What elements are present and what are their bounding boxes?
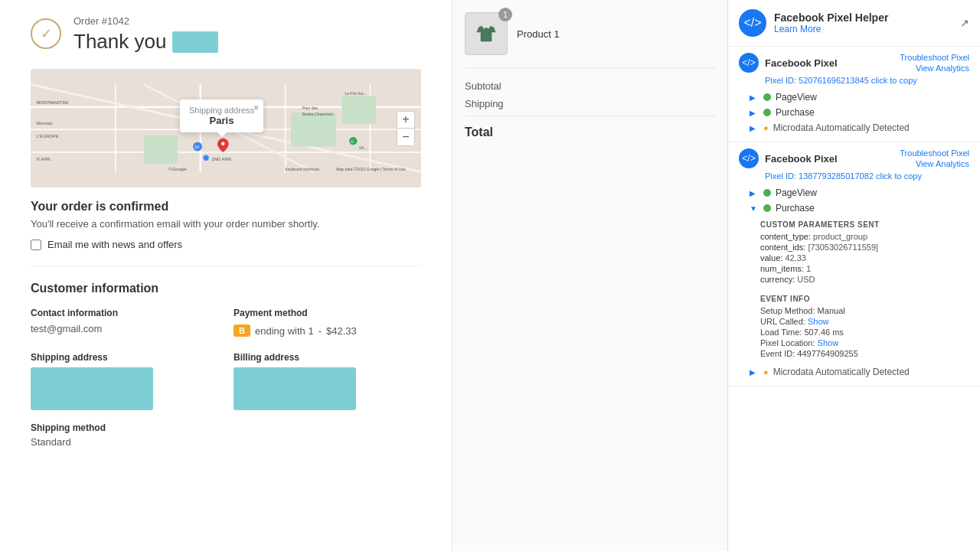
fb-external-link-icon[interactable]: ↗ — [960, 17, 969, 29]
facebook-pixel-helper-panel: </> Facebook Pixel Helper Learn More ↗ <… — [727, 0, 980, 551]
pixel-2-pageview-dot — [763, 189, 771, 197]
svg-point-30 — [221, 142, 224, 145]
map-tooltip: × Shipping address Paris — [180, 99, 263, 132]
customer-info-heading: Customer information — [31, 282, 421, 295]
map-zoom-in-button[interactable]: + — [397, 112, 414, 129]
map-tooltip-title: Shipping address — [189, 106, 254, 115]
event-info-pixel-location: Pixel Location: Show — [760, 338, 959, 347]
customer-info-grid: Contact information test@gmail.com Payme… — [31, 308, 421, 410]
order-summary-sidebar: 1 Product 1 Subtotal Shipping Total — [452, 0, 727, 551]
payment-method-section: Payment method B ending with 1 - $42.33 — [234, 308, 421, 337]
payment-method-heading: Payment method — [234, 308, 421, 318]
order-number: Order #1042 — [74, 15, 218, 27]
subtotal-label: Subtotal — [465, 80, 501, 92]
pixel-2-purchase-dot — [763, 204, 771, 212]
payment-separator: - — [318, 325, 322, 337]
map-tooltip-close[interactable]: × — [253, 103, 259, 113]
pixel-2-microdata-arrow[interactable]: ▶ — [750, 367, 759, 377]
shipping-address-section: Shipping address — [31, 352, 218, 410]
pixel-1-purchase-label: Purchase — [776, 107, 815, 118]
shipping-method-section: Shipping method Standard — [31, 422, 421, 448]
pixel-1-purchase-dot — [763, 109, 771, 116]
email-newsletter-checkbox[interactable] — [31, 240, 41, 250]
pixel-2-troubleshoot-link[interactable]: Troubleshoot Pixel — [900, 148, 969, 158]
event-info-url: URL Called: Show — [760, 317, 959, 326]
param-content-type: content_type: product_group — [760, 232, 959, 241]
pixel-2-copy-link[interactable]: click to copy — [876, 171, 922, 181]
pixel-1-microdata-icon: ● — [763, 123, 769, 132]
shipping-address-heading: Shipping address — [31, 352, 218, 363]
product-row: 1 Product 1 — [465, 12, 715, 68]
pixel-2-links: Troubleshoot Pixel View Analytics — [900, 148, 969, 168]
param-num-items: num_items: 1 — [760, 264, 959, 273]
pixel-1-pageview-arrow[interactable]: ▶ — [750, 93, 759, 102]
custom-params-section: CUSTOM PARAMETERS SENT content_type: pro… — [739, 216, 969, 290]
total-label: Total — [465, 126, 493, 139]
svg-text:Map data ©2022 Google | Terms : Map data ©2022 Google | Terms of Use — [336, 167, 406, 171]
map-zoom-out-button[interactable]: − — [397, 129, 414, 145]
svg-rect-10 — [291, 112, 336, 146]
map-tooltip-city: Paris — [189, 115, 254, 126]
pixel-1-microdata-row: ▶ ● Microdata Automatically Detected — [739, 120, 969, 135]
billing-address-heading: Billing address — [234, 352, 421, 363]
product-image-wrap: 1 — [465, 12, 508, 55]
pixel-1-microdata-arrow[interactable]: ▶ — [750, 123, 759, 132]
pixel-2-purchase-row: ▼ Purchase — [739, 201, 969, 216]
svg-rect-11 — [342, 96, 376, 124]
svg-text:Le Pré-Sai...: Le Pré-Sai... — [345, 91, 367, 96]
event-info-url-link[interactable]: Show — [808, 317, 829, 326]
svg-text:G: G — [351, 139, 354, 144]
pixel-2-pageview-arrow[interactable]: ▶ — [750, 188, 759, 197]
check-circle-icon: ✓ — [31, 18, 61, 49]
email-newsletter-label: Email me with news and offers — [47, 239, 182, 250]
tshirt-icon — [474, 21, 498, 46]
event-info-section: EVENT INFO Setup Method: Manual URL Call… — [739, 290, 969, 364]
pixel-1-pageview-row: ▶ PageView — [739, 90, 969, 105]
confirmation-heading: Your order is confirmed — [31, 200, 421, 214]
svg-text:Keyboard shortcuts: Keyboard shortcuts — [286, 167, 320, 171]
pixel-2-pageview-label: PageView — [776, 187, 817, 198]
svg-text:2ND ARR.: 2ND ARR. — [212, 157, 234, 161]
pixel-1-purchase-row: ▶ Purchase — [739, 105, 969, 120]
event-info-title: EVENT INFO — [760, 295, 959, 303]
param-content-ids: content_ids: [73053026711559] — [760, 243, 959, 252]
fb-panel-learn-more[interactable]: Learn More — [774, 24, 888, 34]
pixel-2-microdata-label: Microdata Automatically Detected — [773, 367, 910, 377]
pixel-2-pageview-row: ▶ PageView — [739, 185, 969, 201]
event-info-location-link[interactable]: Show — [818, 338, 839, 347]
order-header-text: Order #1042 Thank you — [74, 15, 218, 54]
pixel-1-links: Troubleshoot Pixel View Analytics — [900, 53, 969, 73]
shipping-method-value: Standard — [31, 436, 421, 448]
pixel-1-purchase-arrow[interactable]: ▶ — [750, 108, 759, 117]
billing-address-section: Billing address — [234, 352, 421, 410]
shipping-label: Shipping — [465, 98, 504, 109]
pixel-2-purchase-arrow[interactable]: ▼ — [750, 204, 759, 213]
pixel-1-troubleshoot-link[interactable]: Troubleshoot Pixel — [900, 53, 969, 62]
customer-information-section: Customer information Contact information… — [31, 266, 421, 448]
pixel-1-icon: </> — [739, 53, 759, 73]
product-name: Product 1 — [517, 28, 706, 40]
event-info-setup: Setup Method: Manual — [760, 306, 959, 315]
product-quantity-badge: 1 — [498, 8, 512, 21]
pixel-2-analytics-link[interactable]: View Analytics — [916, 159, 969, 168]
thank-you-heading: Thank you — [74, 30, 218, 54]
pixel-1-pageview-dot — [763, 93, 771, 101]
param-value: value: 42.33 — [760, 253, 959, 262]
pixel-1-analytics-link[interactable]: View Analytics — [916, 64, 969, 73]
svg-text:M: M — [195, 145, 199, 149]
map-zoom-controls: + − — [397, 111, 415, 146]
confirmation-box: Your order is confirmed You'll receive a… — [31, 200, 421, 250]
total-row: Total — [465, 116, 715, 139]
pixel-2-section: </> Facebook Pixel Troubleshoot Pixel Vi… — [728, 142, 980, 386]
custom-params-title: CUSTOM PARAMETERS SENT — [760, 220, 959, 229]
svg-point-31 — [203, 155, 208, 161]
pixel-1-copy-link[interactable]: click to copy — [871, 76, 917, 85]
email-newsletter-row: Email me with news and offers — [31, 239, 421, 250]
fb-panel-title: Facebook Pixel Helper — [774, 11, 888, 24]
shipping-method-heading: Shipping method — [31, 422, 421, 433]
confirmation-message: You'll receive a confirmation email with… — [31, 218, 421, 230]
svg-text:©Google: ©Google — [168, 167, 187, 171]
svg-text:H ARR.: H ARR. — [36, 157, 51, 161]
svg-text:MONTMARTRE: MONTMARTRE — [36, 100, 68, 105]
svg-text:Parc des: Parc des — [302, 106, 318, 110]
